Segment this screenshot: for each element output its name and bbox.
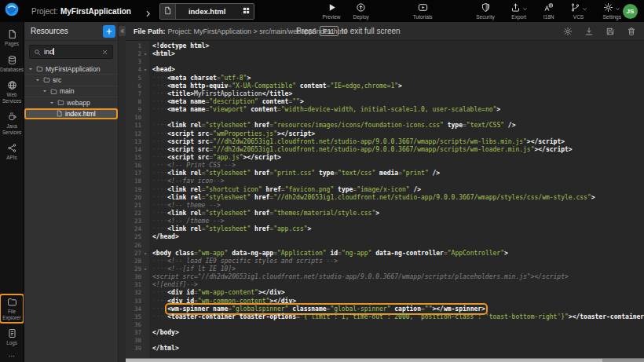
tab-label: index.html — [176, 7, 239, 16]
code-text: ····<script src="//dh2dw20653ig1.cloudfr… — [149, 138, 565, 146]
search-icon — [34, 49, 41, 56]
avatar[interactable]: JS — [623, 4, 638, 19]
code-text: </html> — [149, 345, 179, 353]
code-line[interactable]: 26 — [126, 242, 644, 250]
code-text: ····<meta name="viewport" content="width… — [149, 106, 500, 114]
code-line[interactable]: 29▾····<!--[if lt IE 10]> — [126, 265, 644, 273]
horizontal-scrollbar[interactable] — [126, 358, 644, 362]
code-line[interactable]: 19····<link rel="shortcut icon" href="fa… — [126, 186, 644, 194]
fold-marker[interactable]: ▾ — [141, 265, 149, 273]
code-line[interactable]: 1<!doctype html> — [126, 42, 644, 50]
sidebar-item-label: Databases — [0, 67, 24, 73]
code-line[interactable]: 16····<!-- Print CSS --> — [126, 162, 644, 170]
fold-marker[interactable]: ▾ — [141, 250, 149, 258]
code-text: ····<link rel="stylesheet" href="//dh2dw… — [149, 194, 595, 202]
code-area[interactable]: 1<!doctype html>2▾<html>34▾<head>5····<m… — [126, 41, 644, 362]
wavemaker-logo[interactable] — [0, 0, 24, 22]
code-line[interactable]: 36 — [126, 321, 644, 329]
save-file-button[interactable] — [606, 27, 615, 36]
code-line[interactable]: 22····<link rel="stylesheet" href="theme… — [126, 210, 644, 218]
vcs-button[interactable]: VCS — [570, 2, 587, 20]
code-line[interactable]: 34····<wm-spinner name="globalspinner" c… — [126, 305, 644, 313]
code-line[interactable]: 31<![endif]--> — [126, 281, 644, 289]
code-line[interactable]: 23····<!-- /theme --> — [126, 218, 644, 225]
tutorials-button[interactable]: Tutorials — [413, 2, 433, 20]
code-line[interactable]: 35····<toaster-container toaster-options… — [126, 313, 644, 321]
code-line[interactable]: 14····<script src="//dh2dw20653ig1.cloud… — [126, 146, 644, 154]
code-line[interactable]: 13····<script src="//dh2dw20653ig1.cloud… — [126, 138, 644, 146]
code-line[interactable]: 39</html> — [126, 345, 644, 353]
code-line[interactable]: 24····<link rel="stylesheet" href="app.c… — [126, 225, 644, 233]
fold-marker[interactable]: ▾ — [141, 66, 149, 74]
more-options-icon[interactable] — [6, 353, 17, 360]
code-line[interactable]: 32····<div id="wm-app-content"></div> — [126, 289, 644, 297]
line-number: 36 — [126, 321, 149, 329]
tab-index-html[interactable]: index.html — [159, 3, 255, 20]
code-line[interactable]: 4▾<head> — [126, 66, 644, 74]
tree-item-index.html[interactable]: index.html — [24, 108, 118, 119]
web-icon — [7, 80, 17, 90]
collapse-panel-button[interactable] — [119, 26, 126, 36]
sidebar-item-java-services[interactable]: Java Services — [0, 109, 24, 137]
security-button-label: Security — [476, 14, 494, 20]
file-settings-button[interactable] — [563, 27, 573, 36]
code-text — [149, 114, 152, 122]
code-line[interactable]: 33····<div id="wm-common-content"></div> — [126, 298, 644, 305]
code-line[interactable]: 17····<link rel="stylesheet" href="print… — [126, 170, 644, 177]
line-number: 25 — [126, 233, 149, 241]
download-file-button[interactable] — [584, 27, 594, 36]
deploy-button[interactable]: Deploy — [353, 2, 369, 20]
code-line[interactable]: 18····<!--fav icon--> — [126, 177, 644, 185]
code-line[interactable]: 3 — [126, 58, 644, 66]
sidebar-item-file-explorer[interactable]: File Explorer — [0, 294, 24, 323]
logs-icon — [7, 328, 17, 338]
sidebar-item-label: File Explorer — [0, 309, 24, 320]
preview-button[interactable]: Preview — [322, 2, 340, 20]
gear-icon — [603, 2, 613, 13]
code-line[interactable]: 37</body> — [126, 329, 644, 337]
grid-icon[interactable] — [238, 4, 254, 19]
code-line[interactable]: 11····<link rel="stylesheet" href="resou… — [126, 122, 644, 130]
code-line[interactable]: 15····<script src="app.js"></script> — [126, 154, 644, 162]
security-button[interactable]: Security — [476, 2, 494, 20]
sidebar-item-databases[interactable]: Databases — [0, 53, 24, 75]
file-path: File Path:Project: MyFirstApplication > … — [134, 27, 347, 35]
resources-search-input[interactable]: ind — [29, 45, 113, 59]
clear-search-icon[interactable] — [101, 49, 108, 56]
tree-item-MyFirstApplication[interactable]: MyFirstApplication — [24, 64, 118, 75]
code-line[interactable]: 21····<!-- theme --> — [126, 202, 644, 210]
add-resource-button[interactable] — [103, 25, 115, 38]
code-line[interactable]: 25</head> — [126, 233, 644, 241]
settings-button[interactable]: Settings — [603, 2, 622, 20]
code-line[interactable]: 38 — [126, 337, 644, 345]
sidebar-item-logs[interactable]: Logs — [0, 326, 24, 349]
sidebar-item-pages[interactable]: Pages — [0, 27, 24, 49]
code-line[interactable]: 2▾<html> — [126, 50, 644, 58]
vcs-icon — [570, 2, 580, 13]
delete-file-button[interactable] — [627, 27, 636, 36]
code-line[interactable]: 28····<!-- load IE9 specific styles and … — [126, 258, 644, 265]
sidebar-item-web-services[interactable]: Web Services — [0, 78, 24, 106]
tree-item-src[interactable]: src — [24, 75, 118, 86]
code-line[interactable]: 9····<meta name="viewport" content="widt… — [126, 106, 644, 114]
sidebar-item-apis[interactable]: APIs — [0, 141, 24, 163]
code-line[interactable]: 6····<meta http-equiv="X-UA-Compatible" … — [126, 82, 644, 90]
i18n-button[interactable]: I18N — [543, 2, 554, 20]
code-line[interactable]: 20····<link rel="stylesheet" href="//dh2… — [126, 194, 644, 202]
export-button[interactable]: Export — [510, 2, 528, 20]
tree-item-webapp[interactable]: webapp — [24, 97, 118, 108]
folder-icon — [57, 99, 64, 106]
code-line[interactable]: 27▾<body class="wm-app" data-ng-app="App… — [126, 250, 644, 258]
tree-item-main[interactable]: main — [24, 86, 118, 97]
code-line[interactable]: 8····<meta name="description" content=""… — [126, 98, 644, 106]
sidebar-item-label: Java Services — [0, 123, 24, 135]
code-line[interactable]: 30<script src="//dh2dw20653ig1.cloudfron… — [126, 273, 644, 281]
fold-marker[interactable]: ▾ — [141, 50, 149, 58]
code-line[interactable]: 10 — [126, 114, 644, 122]
code-line[interactable]: 7····<title>MyFirstApplication</title> — [126, 90, 644, 98]
code-line[interactable]: 5····<meta charset="utf-8"> — [126, 75, 644, 82]
caret-icon — [615, 6, 620, 12]
scrollbar-thumb[interactable] — [126, 359, 602, 362]
code-text: ····<!--[if lt IE 10]> — [149, 265, 236, 273]
code-line[interactable]: 12····<script src="wmProperties.js"></sc… — [126, 130, 644, 138]
